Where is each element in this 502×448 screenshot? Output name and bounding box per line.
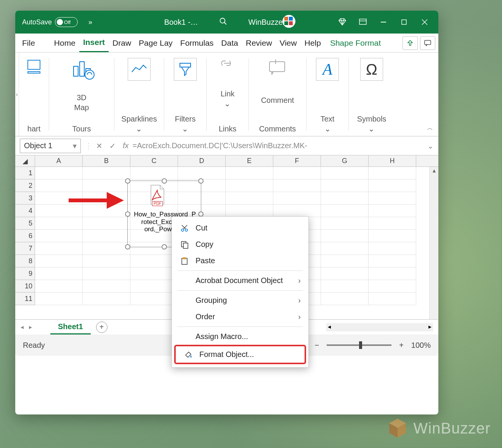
ribbon-group-filters[interactable]: Filters⌄ [164, 53, 206, 136]
row-header[interactable]: 2 [15, 179, 35, 192]
cell[interactable] [321, 167, 369, 179]
col-E[interactable]: E [226, 155, 273, 166]
cell[interactable] [83, 242, 130, 255]
enter-icon[interactable]: ✓ [109, 141, 116, 150]
row-header[interactable]: 7 [15, 242, 35, 255]
sheet-prev[interactable]: ◂ [21, 323, 24, 331]
cell[interactable] [369, 192, 416, 205]
cell[interactable] [321, 267, 369, 280]
row-header[interactable]: 8 [15, 255, 35, 267]
row-header[interactable]: 9 [15, 267, 35, 280]
zoom-in[interactable]: + [399, 341, 404, 350]
cell[interactable] [83, 280, 130, 293]
user-avatar[interactable] [282, 14, 296, 30]
tab-formulas[interactable]: Formulas [176, 34, 218, 52]
cell[interactable] [35, 293, 83, 305]
tab-data[interactable]: Data [217, 34, 242, 52]
cell[interactable] [178, 167, 226, 179]
ctx-grouping[interactable]: Grouping › [172, 292, 308, 309]
cell[interactable] [35, 255, 83, 267]
ctx-acrobat-object[interactable]: Acrobat Document Object › [172, 272, 308, 289]
close-button[interactable] [418, 15, 431, 29]
cell[interactable] [35, 242, 83, 255]
collapse-ribbon-icon[interactable]: ︿ [427, 124, 433, 132]
row-header[interactable]: 1 [15, 167, 35, 179]
cell[interactable] [83, 167, 130, 179]
cell[interactable] [226, 179, 273, 192]
comments-button[interactable] [420, 36, 435, 50]
diamond-icon[interactable] [335, 15, 349, 29]
cell[interactable] [321, 179, 369, 192]
cell[interactable] [369, 217, 416, 230]
row-header[interactable]: 5 [15, 217, 35, 230]
cell[interactable] [369, 280, 416, 293]
cell[interactable] [35, 280, 83, 293]
cell[interactable] [369, 205, 416, 217]
cell[interactable] [273, 205, 321, 217]
qat-overflow[interactable]: » [88, 18, 92, 26]
cell[interactable] [273, 167, 321, 179]
minimize-button[interactable] [377, 15, 390, 29]
ribbon-mode-icon[interactable] [356, 15, 370, 29]
cell[interactable] [35, 167, 83, 179]
cell[interactable] [35, 217, 83, 230]
zoom-out[interactable]: − [314, 341, 319, 350]
tab-page-layout[interactable]: Page Lay [135, 34, 176, 52]
cell[interactable] [321, 230, 369, 242]
cell[interactable] [130, 267, 178, 280]
ctx-format-object[interactable]: Format Object... [174, 345, 306, 364]
cell[interactable] [321, 293, 369, 305]
fx-icon[interactable]: fx [123, 141, 129, 150]
name-box[interactable]: Object 1 ▾ [20, 139, 81, 153]
cell[interactable] [273, 179, 321, 192]
cell[interactable] [273, 192, 321, 205]
row-header[interactable]: 4 [15, 205, 35, 217]
cell[interactable] [321, 242, 369, 255]
horizontal-scrollbar[interactable]: ◂▸ [326, 323, 433, 331]
cell[interactable] [130, 280, 178, 293]
ctx-order[interactable]: Order › [172, 309, 308, 325]
vertical-scrollbar[interactable]: ▴ [429, 167, 438, 319]
toggle-switch[interactable]: Off [55, 17, 78, 27]
col-H[interactable]: H [369, 155, 416, 166]
select-all[interactable]: ◢ [15, 155, 35, 166]
cell[interactable] [226, 192, 273, 205]
cell[interactable] [369, 293, 416, 305]
cell[interactable] [130, 255, 178, 267]
expand-formula-icon[interactable]: ⌄ [427, 141, 434, 150]
cell[interactable] [35, 267, 83, 280]
tab-shape-format[interactable]: Shape Format [326, 34, 385, 52]
formula-input[interactable]: =AcroExch.Document.DC|'C:\Users\WinBuzze… [133, 141, 423, 150]
row-header[interactable]: 3 [15, 192, 35, 205]
cell[interactable] [83, 217, 130, 230]
cell[interactable] [83, 267, 130, 280]
cell[interactable] [369, 267, 416, 280]
cell[interactable] [321, 217, 369, 230]
cell[interactable] [35, 230, 83, 242]
tab-draw[interactable]: Draw [109, 34, 135, 52]
cell[interactable] [369, 167, 416, 179]
add-sheet-button[interactable]: + [96, 322, 107, 333]
ribbon-group-sparklines[interactable]: Sparklines⌄ [114, 53, 164, 136]
ribbon-group-text[interactable]: A Text⌄ [306, 53, 348, 136]
row-header[interactable]: 11 [15, 293, 35, 305]
cell[interactable] [83, 255, 130, 267]
ribbon-group-tours[interactable]: 3D Map Tours [49, 53, 114, 136]
zoom-slider[interactable] [327, 344, 391, 346]
share-button[interactable] [403, 36, 418, 50]
ctx-cut[interactable]: Cut [172, 220, 308, 236]
cell[interactable] [83, 230, 130, 242]
cancel-icon[interactable]: ✕ [96, 141, 103, 150]
cell[interactable] [321, 255, 369, 267]
cell[interactable] [369, 255, 416, 267]
tab-view[interactable]: View [276, 34, 301, 52]
tab-home[interactable]: Home [50, 34, 79, 52]
row-header[interactable]: 6 [15, 230, 35, 242]
col-C[interactable]: C [130, 155, 178, 166]
ctx-copy[interactable]: Copy [172, 236, 308, 253]
cell[interactable] [130, 293, 178, 305]
cell[interactable] [321, 280, 369, 293]
cell[interactable] [226, 167, 273, 179]
maximize-button[interactable] [397, 15, 411, 29]
col-G[interactable]: G [321, 155, 369, 166]
